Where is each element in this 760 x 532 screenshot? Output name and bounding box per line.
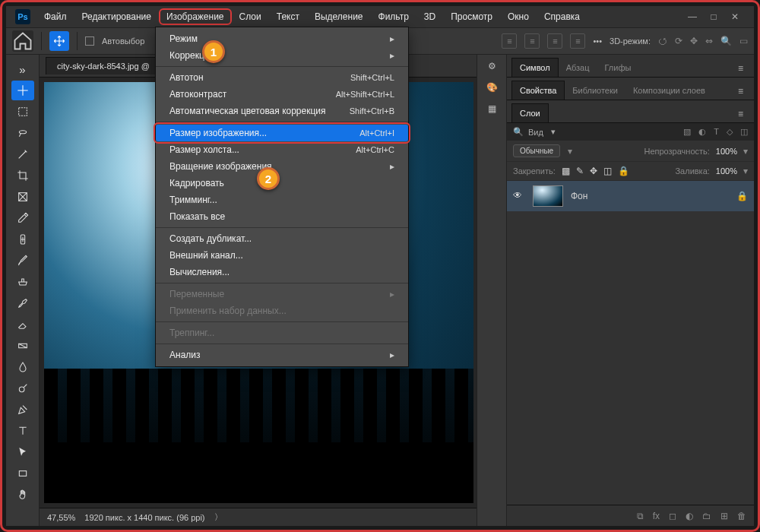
menu-файл[interactable]: Файл — [36, 8, 74, 25]
align-icon[interactable]: ≡ — [547, 33, 562, 49]
tab-paragraph[interactable]: Абзац — [559, 59, 597, 77]
menu-item[interactable]: Кадрировать — [156, 175, 408, 192]
path-selection-tool[interactable] — [11, 442, 34, 462]
layer-style-icon[interactable]: fx — [653, 511, 660, 521]
lock-pixels-icon[interactable]: ▩ — [562, 166, 570, 176]
lock-brush-icon[interactable]: ✎ — [576, 166, 584, 176]
rectangle-tool[interactable] — [11, 464, 34, 483]
3d-slide-icon[interactable]: ⇔ — [705, 36, 713, 46]
type-tool[interactable] — [11, 421, 34, 441]
layer-thumbnail[interactable] — [533, 185, 563, 207]
zoom-level[interactable]: 47,55% — [47, 513, 75, 522]
frame-tool[interactable] — [11, 187, 34, 207]
menu-3d[interactable]: 3D — [416, 8, 443, 25]
filter-shape-icon[interactable]: ◇ — [727, 127, 733, 137]
align-icon[interactable]: ≡ — [524, 33, 540, 49]
tab-libraries[interactable]: Библиотеки — [565, 81, 625, 100]
opacity-value[interactable]: 100% — [716, 147, 737, 156]
layer-name[interactable]: Фон — [571, 191, 587, 201]
menu-item[interactable]: Внешний канал... — [156, 247, 408, 264]
panel-menu-icon[interactable]: ≡ — [732, 106, 749, 122]
align-icon[interactable]: ≡ — [570, 33, 585, 49]
healing-brush-tool[interactable] — [11, 230, 34, 249]
fill-value[interactable]: 100% — [716, 166, 737, 176]
eraser-tool[interactable] — [11, 315, 34, 334]
menu-item[interactable]: Анализ — [156, 347, 408, 363]
crop-tool[interactable] — [11, 166, 34, 185]
dodge-tool[interactable] — [11, 378, 34, 398]
home-button[interactable] — [12, 30, 33, 52]
lock-all-icon[interactable]: 🔒 — [618, 166, 629, 176]
3d-pan-icon[interactable]: ✥ — [690, 36, 698, 46]
menu-изображение[interactable]: Изображение — [159, 8, 232, 25]
window-restore[interactable]: □ — [708, 11, 719, 22]
marquee-tool[interactable] — [11, 102, 34, 122]
panel-menu-icon[interactable]: ≡ — [732, 60, 749, 77]
filter-adjust-icon[interactable]: ◐ — [698, 127, 706, 137]
tab-character[interactable]: Символ — [511, 58, 559, 77]
gradient-tool[interactable] — [11, 336, 34, 356]
blend-mode-select[interactable]: Обычные — [513, 144, 560, 157]
menu-редактирование[interactable]: Редактирование — [74, 8, 159, 25]
status-chevron-icon[interactable]: 〉 — [214, 511, 223, 523]
align-icon[interactable]: ≡ — [502, 33, 517, 49]
adjustment-layer-icon[interactable]: ◐ — [686, 511, 693, 521]
history-brush-tool[interactable] — [11, 293, 34, 313]
menu-item[interactable]: АвтоконтрастAlt+Shift+Ctrl+L — [156, 86, 408, 103]
link-layers-icon[interactable]: ⧉ — [637, 511, 644, 521]
filter-smart-icon[interactable]: ◫ — [740, 127, 748, 137]
tab-layers[interactable]: Слои — [511, 103, 549, 122]
clone-stamp-tool[interactable] — [11, 272, 34, 292]
menu-item[interactable]: Автоматическая цветовая коррекцияShift+C… — [156, 103, 408, 119]
tab-layer-comps[interactable]: Композиции слоев — [625, 81, 713, 100]
3d-roll-icon[interactable]: ⟳ — [675, 36, 682, 46]
delete-layer-icon[interactable]: 🗑 — [737, 511, 746, 521]
panel-menu-icon[interactable]: ≡ — [732, 83, 749, 100]
filter-pixel-icon[interactable]: ▧ — [683, 127, 691, 137]
distribute-more-icon[interactable]: ••• — [593, 36, 602, 46]
menu-слои[interactable]: Слои — [232, 8, 269, 25]
hand-tool[interactable] — [11, 485, 34, 505]
menu-item[interactable]: Создать дубликат... — [156, 230, 408, 247]
menu-выделение[interactable]: Выделение — [307, 8, 371, 25]
menu-фильтр[interactable]: Фильтр — [371, 8, 416, 25]
lock-artboard-icon[interactable]: ◫ — [603, 166, 612, 176]
3d-orbit-icon[interactable]: ⭯ — [658, 36, 667, 46]
eyedropper-tool[interactable] — [11, 208, 34, 228]
workspace-icon[interactable]: ▭ — [739, 36, 748, 46]
menu-item[interactable]: Режим — [156, 30, 408, 47]
pen-tool[interactable] — [11, 400, 34, 420]
menu-item[interactable]: АвтотонShift+Ctrl+L — [156, 69, 408, 86]
search-icon[interactable]: 🔍 — [513, 127, 524, 137]
filter-type-icon[interactable]: T — [714, 127, 719, 137]
move-tool[interactable] — [11, 81, 34, 100]
lock-icon[interactable]: 🔒 — [736, 191, 748, 201]
new-layer-icon[interactable]: ⊞ — [720, 511, 728, 521]
group-icon[interactable]: 🗀 — [702, 511, 711, 521]
window-close[interactable]: ✕ — [730, 11, 740, 22]
window-minimize[interactable]: — — [687, 11, 698, 22]
menu-item[interactable]: Размер холста...Alt+Ctrl+C — [156, 141, 408, 158]
magic-wand-tool[interactable] — [11, 144, 34, 164]
menu-item[interactable]: Коррекция — [156, 47, 408, 64]
3d-zoom-icon[interactable]: 🔍 — [720, 36, 732, 46]
menu-окно[interactable]: Окно — [500, 8, 537, 25]
palette-icon[interactable]: 🎨 — [486, 82, 498, 93]
blur-tool[interactable] — [11, 357, 34, 377]
lock-position-icon[interactable]: ✥ — [590, 166, 597, 176]
lasso-tool[interactable] — [11, 123, 34, 143]
tab-properties[interactable]: Свойства — [511, 81, 565, 100]
autoselect-checkbox[interactable] — [85, 36, 94, 46]
brush-tool[interactable] — [11, 251, 34, 271]
menu-item[interactable]: Вычисления... — [156, 264, 408, 280]
document-tab[interactable]: city-sky-dark-8543.jpg @ — [46, 57, 161, 74]
menu-item[interactable]: Показать все — [156, 208, 408, 225]
adjust-icon[interactable]: ⚙ — [488, 61, 496, 71]
collapse-toolbox-icon[interactable]: » — [11, 59, 34, 79]
layer-row[interactable]: 👁 Фон 🔒 — [507, 181, 754, 211]
menu-текст[interactable]: Текст — [269, 8, 307, 25]
layer-mask-icon[interactable]: ◻ — [669, 511, 676, 521]
menu-item[interactable]: Размер изображения...Alt+Ctrl+I — [156, 125, 408, 141]
visibility-toggle-icon[interactable]: 👁 — [513, 190, 525, 202]
swatches-icon[interactable]: ▦ — [488, 103, 496, 114]
